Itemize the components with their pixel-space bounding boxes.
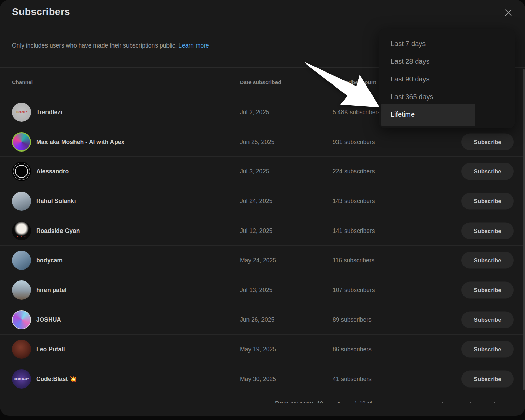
channel-name[interactable]: Trendlezi xyxy=(36,108,62,116)
subscriber-count: 5.48K subscribers xyxy=(333,108,380,116)
avatar-label: TrendlEz xyxy=(16,111,27,113)
channel-avatar[interactable]: R. S. G. xyxy=(12,221,31,240)
subtitle-text: Only includes users who have made their … xyxy=(12,42,177,49)
date-subscribed: May 24, 2025 xyxy=(240,257,276,264)
subscriber-count: 143 subscribers xyxy=(333,197,375,205)
channel-name[interactable]: bodycam xyxy=(36,257,63,264)
date-subscribed: May 19, 2025 xyxy=(240,346,276,353)
table-row: Rahul Solanki Jul 24, 2025 143 subscribe… xyxy=(0,186,525,216)
column-header-channel: Channel xyxy=(12,79,33,86)
subscribe-button[interactable]: Subscribe xyxy=(461,163,514,180)
table-row: hiren patel Jul 13, 2025 107 subscribers… xyxy=(0,275,525,305)
subscribe-button[interactable]: Subscribe xyxy=(461,193,514,209)
next-page-button[interactable] xyxy=(490,399,500,403)
channel-avatar[interactable] xyxy=(12,340,31,359)
chevron-down-icon[interactable]: ▾ xyxy=(338,401,340,403)
table-row: R. S. G. Roadside Gyan Jul 12, 2025 141 … xyxy=(0,216,525,246)
channel-name[interactable]: Roadside Gyan xyxy=(36,227,80,234)
channel-name[interactable]: Code:Blast 💥 xyxy=(36,376,77,383)
date-subscribed: Jun 25, 2025 xyxy=(240,138,274,145)
avatar-label: R. S. G. xyxy=(17,235,26,238)
menu-item-last-28-days[interactable]: Last 28 days xyxy=(391,57,429,66)
table-row: Alessandro Jul 3, 2025 224 subscribers S… xyxy=(0,157,525,186)
page-range-label: 1-10 of xyxy=(354,401,372,403)
channel-name[interactable]: Leo Pufall xyxy=(36,346,65,353)
vertical-scrollbar[interactable] xyxy=(523,69,525,390)
column-header-date-subscribed: Date subscribed xyxy=(240,79,281,86)
subscriber-count: 89 subscribers xyxy=(333,316,372,323)
channel-name[interactable]: Max aka Mosheh - AI with Apex xyxy=(36,138,124,145)
table-row: Leo Pufall May 19, 2025 86 subscribers S… xyxy=(0,335,525,365)
channel-avatar[interactable] xyxy=(12,132,31,152)
subscriber-count: 141 subscribers xyxy=(333,227,375,234)
menu-item-lifetime[interactable]: Lifetime xyxy=(391,110,415,119)
subscribers-screen: Subscribers Only includes users who have… xyxy=(0,0,525,420)
avatar-label: CODE:BLAST xyxy=(14,378,29,380)
subscribe-button[interactable]: Subscribe xyxy=(461,341,514,358)
close-icon xyxy=(501,8,515,18)
subscriber-count: 116 subscribers xyxy=(333,257,374,264)
channel-name[interactable]: hiren patel xyxy=(36,286,67,293)
rows-per-page-value[interactable]: 10 xyxy=(317,401,323,403)
pagination-bar: Rows per page: 10 ▾ 1-10 of xyxy=(0,391,525,403)
previous-page-button[interactable] xyxy=(465,399,475,403)
date-subscribed: Jul 12, 2025 xyxy=(240,227,272,234)
column-header-subscriber-count: Subscriber count xyxy=(333,79,376,86)
timeframe-menu: Last 7 days Last 28 days Last 90 days La… xyxy=(379,29,515,128)
menu-item-last-90-days[interactable]: Last 90 days xyxy=(391,75,429,83)
date-subscribed: Jul 2, 2025 xyxy=(240,108,269,116)
page-title: Subscribers xyxy=(12,6,70,17)
menu-item-last-365-days[interactable]: Last 365 days xyxy=(391,92,433,101)
table-row: CODE:BLAST Code:Blast 💥 May 30, 2025 41 … xyxy=(0,364,525,394)
subscriber-count: 931 subscribers xyxy=(333,138,375,145)
subscriber-count: 224 subscribers xyxy=(333,168,375,175)
subscribers-table: TrendlEz Trendlezi Jul 2, 2025 5.48K sub… xyxy=(0,97,525,394)
subscriber-count: 86 subscribers xyxy=(333,346,372,353)
date-subscribed: May 30, 2025 xyxy=(240,376,276,383)
channel-avatar[interactable] xyxy=(12,310,31,329)
table-row: JOSHUA Jun 26, 2025 89 subscribers Subsc… xyxy=(0,305,525,335)
dialog-subtitle: Only includes users who have made their … xyxy=(12,42,209,49)
first-page-button[interactable] xyxy=(437,399,446,403)
menu-item-last-7-days[interactable]: Last 7 days xyxy=(391,39,426,48)
subscribe-button[interactable]: Subscribe xyxy=(461,133,514,150)
channel-name[interactable]: JOSHUA xyxy=(36,316,61,323)
close-button[interactable] xyxy=(501,5,515,20)
date-subscribed: Jun 26, 2025 xyxy=(240,316,274,323)
rows-per-page-label: Rows per page: xyxy=(275,401,313,403)
channel-avatar[interactable] xyxy=(12,251,31,270)
channel-avatar[interactable]: CODE:BLAST xyxy=(12,369,31,389)
table-row: bodycam May 24, 2025 116 subscribers Sub… xyxy=(0,246,525,275)
subscribe-button[interactable]: Subscribe xyxy=(461,222,514,239)
subscribe-button[interactable]: Subscribe xyxy=(461,252,514,269)
subscribe-button[interactable]: Subscribe xyxy=(461,371,514,388)
learn-more-link[interactable]: Learn more xyxy=(178,42,209,49)
channel-avatar[interactable] xyxy=(12,192,31,211)
channel-name[interactable]: Alessandro xyxy=(36,168,69,175)
channel-name[interactable]: Rahul Solanki xyxy=(36,197,76,205)
date-subscribed: Jul 24, 2025 xyxy=(240,197,272,205)
channel-avatar[interactable] xyxy=(12,162,31,181)
subscribe-button[interactable]: Subscribe xyxy=(461,311,514,328)
channel-avatar[interactable] xyxy=(12,280,31,300)
subscriber-count: 41 subscribers xyxy=(333,376,372,383)
date-subscribed: Jul 3, 2025 xyxy=(240,168,269,175)
table-row: Max aka Mosheh - AI with Apex Jun 25, 20… xyxy=(0,127,525,157)
channel-avatar[interactable]: TrendlEz xyxy=(12,103,31,122)
subscriber-count: 107 subscribers xyxy=(333,286,375,293)
subscribe-button[interactable]: Subscribe xyxy=(461,281,514,298)
date-subscribed: Jul 13, 2025 xyxy=(240,286,272,293)
